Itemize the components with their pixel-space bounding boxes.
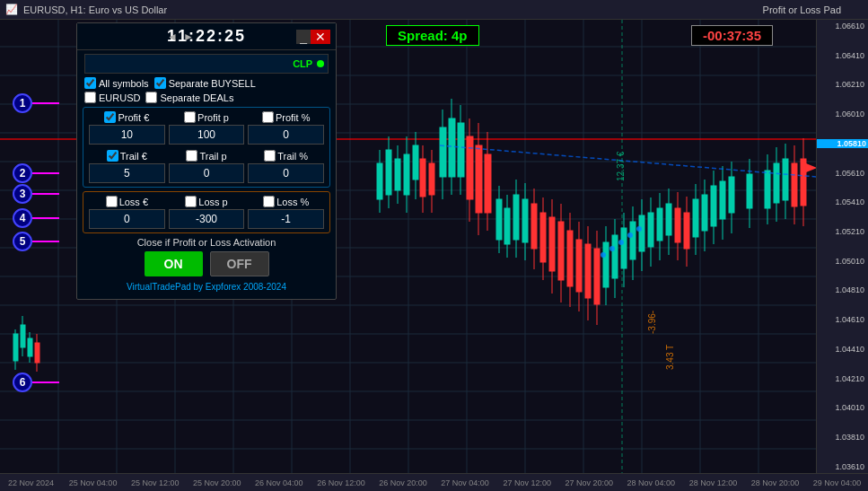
annotation-circle-2: 2 <box>13 163 32 183</box>
svg-rect-51 <box>404 154 409 195</box>
profit-p-input[interactable] <box>169 125 245 145</box>
price-label-8: 1.05010 <box>817 257 868 266</box>
profit-pct-input[interactable] <box>248 125 324 145</box>
off-button[interactable]: OFF <box>210 251 269 276</box>
svg-rect-84 <box>504 208 510 244</box>
clp-dot <box>317 60 324 67</box>
svg-rect-177 <box>801 159 806 206</box>
svg-rect-126 <box>630 222 636 259</box>
profit-section: Profit € Profit p Profit % <box>83 107 330 188</box>
svg-rect-39 <box>35 343 39 363</box>
svg-rect-78 <box>485 154 491 213</box>
loss-p-checkbox[interactable] <box>185 196 197 207</box>
svg-point-186 <box>618 240 624 245</box>
svg-rect-156 <box>720 181 725 219</box>
trail-eur-input[interactable] <box>89 163 165 183</box>
svg-rect-150 <box>702 195 707 231</box>
trail-field-group: Trail € Trail p Trail % <box>89 150 324 183</box>
panel-time: 11:22:25 <box>167 27 246 46</box>
annotation-line-6 <box>32 381 59 383</box>
svg-rect-66 <box>449 118 455 177</box>
eurusd-checkbox[interactable] <box>84 92 96 103</box>
all-symbols-label: All symbols <box>99 78 149 89</box>
activate-text: Close if Profit or Loss Activation <box>77 237 336 248</box>
trail-pct-checkbox[interactable] <box>264 150 276 162</box>
svg-rect-159 <box>729 177 734 213</box>
on-button[interactable]: ON <box>145 251 203 276</box>
loss-p-input[interactable] <box>169 209 245 229</box>
svg-rect-45 <box>386 150 391 195</box>
panel-footer: VirtualTradePad by Expforex 2008-2024 <box>77 282 336 292</box>
separate-deals-checkbox[interactable] <box>145 92 157 103</box>
trail-eur-label: Trail € <box>120 151 147 162</box>
panel-minimize-button[interactable]: _ <box>296 30 311 44</box>
checkbox-row-1: All symbols Separate BUYSELL <box>84 77 329 89</box>
svg-rect-42 <box>377 163 382 199</box>
svg-rect-132 <box>648 213 653 247</box>
svg-rect-90 <box>522 199 528 242</box>
svg-text:12.37 €: 12.37 € <box>616 151 626 181</box>
trail-eur-checkbox[interactable] <box>107 150 118 162</box>
axis-label-4: 26 Nov 04:00 <box>248 478 310 487</box>
eurusd-checkbox-label[interactable]: EURUSD <box>84 92 140 103</box>
svg-rect-57 <box>420 159 425 197</box>
profit-pct-label: Profit % <box>276 112 311 123</box>
separate-buysell-checkbox[interactable] <box>154 77 166 89</box>
loss-section: Loss € Loss p Loss % <box>83 191 330 233</box>
price-label-15: 1.03610 <box>817 462 868 471</box>
panel-nav-right[interactable]: ► <box>183 31 194 43</box>
annotation-circle-6: 6 <box>13 373 32 392</box>
svg-rect-54 <box>413 145 418 180</box>
svg-rect-141 <box>675 208 680 242</box>
profit-p-field: Profit p <box>169 111 245 145</box>
spread-value: Spread: 4p <box>398 28 468 43</box>
separate-buysell-checkbox-label[interactable]: Separate BUYSELL <box>154 77 256 89</box>
profit-eur-input[interactable] <box>89 125 165 145</box>
annotation-1: 1 <box>13 93 59 113</box>
loss-pct-checkbox[interactable] <box>263 196 275 207</box>
search-bar[interactable]: CLP <box>84 54 329 74</box>
price-label-12: 1.04210 <box>817 374 868 383</box>
price-axis: 1.06610 1.06410 1.06210 1.06010 1.05810 … <box>816 20 868 473</box>
clp-badge: CLP <box>293 58 324 69</box>
axis-label-6: 26 Nov 20:00 <box>372 478 434 487</box>
annotation-2: 2 <box>13 163 59 183</box>
checkbox-row-2: EURUSD Separate DEALs <box>84 92 329 103</box>
annotation-line-4 <box>32 217 59 219</box>
trail-p-checkbox[interactable] <box>186 150 197 162</box>
annotation-line-2 <box>32 172 59 174</box>
annotation-circle-4: 4 <box>13 208 32 228</box>
loss-eur-checkbox[interactable] <box>106 196 118 207</box>
svg-rect-129 <box>639 215 644 251</box>
all-symbols-checkbox[interactable] <box>84 77 96 89</box>
profit-p-checkbox[interactable] <box>184 111 196 123</box>
svg-point-185 <box>609 246 615 251</box>
svg-rect-108 <box>576 240 582 292</box>
axis-label-3: 25 Nov 20:00 <box>186 478 248 487</box>
all-symbols-checkbox-label[interactable]: All symbols <box>84 77 149 89</box>
panel-close-button[interactable]: ✕ <box>311 30 330 44</box>
profit-pct-field: Profit % <box>248 111 324 145</box>
trail-pct-input[interactable] <box>248 163 324 183</box>
svg-rect-114 <box>594 249 600 304</box>
timer-value: -00:37:35 <box>703 28 761 43</box>
profit-pct-checkbox[interactable] <box>262 111 274 123</box>
top-bar: 📈 EURUSD, H1: Euro vs US Dollar Profit o… <box>0 0 868 20</box>
svg-rect-168 <box>774 163 779 203</box>
separate-deals-label: Separate DEALs <box>160 92 233 103</box>
annotation-circle-5: 5 <box>13 232 32 251</box>
panel-nav-left[interactable]: ◄ <box>167 31 178 43</box>
loss-eur-input[interactable] <box>89 209 165 229</box>
svg-rect-120 <box>612 235 618 278</box>
loss-pct-input[interactable] <box>248 209 324 229</box>
axis-label-9: 27 Nov 20:00 <box>558 478 620 487</box>
profit-eur-checkbox[interactable] <box>104 111 116 123</box>
separate-deals-checkbox-label[interactable]: Separate DEALs <box>145 92 233 103</box>
svg-rect-33 <box>21 325 25 347</box>
loss-p-label: Loss p <box>198 197 227 207</box>
svg-rect-162 <box>747 174 752 208</box>
axis-label-0: 22 Nov 2024 <box>0 478 62 487</box>
svg-rect-81 <box>496 199 502 240</box>
trail-p-input[interactable] <box>169 163 245 183</box>
loss-pct-field: Loss % <box>248 196 324 229</box>
